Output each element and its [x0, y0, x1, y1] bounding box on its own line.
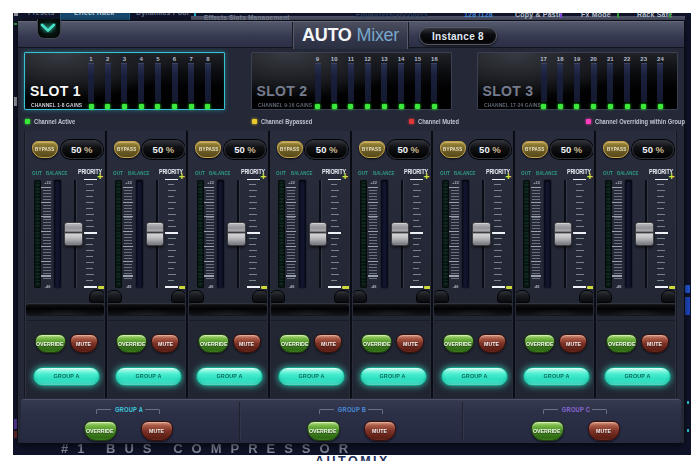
- group-mute-button[interactable]: MUTE: [364, 421, 396, 442]
- slot-3[interactable]: SLOT 3CHANNEL 17-24 GAINS171819202122232…: [477, 52, 678, 110]
- strip-horizontal-bar[interactable]: [107, 303, 186, 316]
- channel-gain-bar[interactable]: [172, 63, 178, 102]
- channel-mute-button[interactable]: MUTE: [151, 334, 179, 353]
- channel-override-button[interactable]: OVERRIDE: [198, 334, 229, 353]
- tab-effect-rack[interactable]: Effect Rack: [74, 13, 114, 16]
- channel-gain-bar[interactable]: [205, 63, 211, 102]
- channel-group-button[interactable]: GROUP A: [33, 367, 100, 386]
- priority-fader-handle[interactable]: [472, 222, 491, 246]
- channel-gain-bar[interactable]: [574, 63, 580, 102]
- tab-presets[interactable]: Presets: [28, 13, 55, 16]
- channel-override-button[interactable]: OVERRIDE: [35, 334, 66, 353]
- channel-gain-bar[interactable]: [591, 63, 597, 102]
- channel-mute-button[interactable]: MUTE: [396, 334, 424, 353]
- channel-group-button[interactable]: GROUP A: [278, 367, 345, 386]
- priority-fader-handle[interactable]: [635, 222, 654, 246]
- balance-slider[interactable]: [217, 180, 224, 288]
- channel-override-button[interactable]: OVERRIDE: [524, 334, 555, 353]
- group-override-button[interactable]: OVERRIDE: [531, 421, 564, 442]
- channel-gain-bar[interactable]: [155, 63, 161, 102]
- channel-gain-bar[interactable]: [607, 63, 613, 102]
- channel-gain-bar[interactable]: [557, 63, 563, 102]
- gain-value-display[interactable]: 50%: [305, 140, 348, 160]
- balance-slider[interactable]: [625, 180, 632, 288]
- strip-horizontal-bar[interactable]: [434, 303, 513, 316]
- group-override-button[interactable]: OVERRIDE: [307, 421, 340, 442]
- channel-gain-bar[interactable]: [415, 63, 421, 102]
- channel-gain-bar[interactable]: [365, 63, 371, 102]
- toolbar-fx-mode[interactable]: Fx Mode: [581, 13, 611, 18]
- toolbar-copy-paste[interactable]: Copy & Paste: [515, 13, 563, 18]
- gain-value-display[interactable]: 50%: [550, 140, 593, 160]
- toolbar-rack-safe[interactable]: Rack Safe: [637, 13, 672, 18]
- channel-override-button[interactable]: OVERRIDE: [116, 334, 147, 353]
- balance-slider[interactable]: [136, 180, 143, 288]
- gain-value-display[interactable]: 50%: [469, 140, 512, 160]
- bypass-button[interactable]: BYPASS: [32, 141, 58, 159]
- tab-dynamics-pool[interactable]: Dynamics Pool: [136, 13, 189, 16]
- bypass-button[interactable]: BYPASS: [603, 141, 629, 159]
- channel-mute-button[interactable]: MUTE: [641, 334, 669, 353]
- strip-horizontal-bar[interactable]: [26, 303, 105, 316]
- channel-gain-bar[interactable]: [641, 63, 647, 102]
- priority-fader-handle[interactable]: [391, 222, 410, 246]
- channel-group-button[interactable]: GROUP A: [523, 367, 590, 386]
- strip-horizontal-bar[interactable]: [352, 303, 431, 316]
- channel-mute-button[interactable]: MUTE: [314, 334, 342, 353]
- channel-group-button[interactable]: GROUP A: [604, 367, 671, 386]
- strip-horizontal-bar[interactable]: [515, 303, 594, 316]
- balance-slider[interactable]: [462, 180, 469, 288]
- priority-fader-handle[interactable]: [146, 222, 165, 246]
- balance-slider[interactable]: [54, 180, 61, 288]
- gain-value-display[interactable]: 50%: [632, 140, 675, 160]
- balance-slider[interactable]: [299, 180, 306, 288]
- channel-gain-bar[interactable]: [431, 63, 437, 102]
- gain-value-display[interactable]: 50%: [224, 140, 267, 160]
- channel-mute-button[interactable]: MUTE: [70, 334, 98, 353]
- channel-override-button[interactable]: OVERRIDE: [443, 334, 474, 353]
- strip-horizontal-bar[interactable]: [270, 303, 349, 316]
- channel-gain-bar[interactable]: [624, 63, 630, 102]
- channel-override-button[interactable]: OVERRIDE: [279, 334, 310, 353]
- channel-gain-bar[interactable]: [398, 63, 404, 102]
- channel-mute-button[interactable]: MUTE: [478, 334, 506, 353]
- channel-gain-bar[interactable]: [348, 63, 354, 102]
- bypass-button[interactable]: BYPASS: [195, 141, 221, 159]
- channel-gain-bar[interactable]: [381, 63, 387, 102]
- collapse-button[interactable]: [37, 19, 61, 39]
- slot-2[interactable]: SLOT 2CHANNEL 9-16 GAINS910111213141516: [251, 52, 452, 110]
- channel-mute-button[interactable]: MUTE: [559, 334, 587, 353]
- bypass-button[interactable]: BYPASS: [440, 141, 466, 159]
- priority-fader-handle[interactable]: [309, 222, 328, 246]
- channel-gain-bar[interactable]: [315, 63, 321, 102]
- channel-gain-bar[interactable]: [188, 63, 194, 102]
- channel-group-button[interactable]: GROUP A: [196, 367, 263, 386]
- balance-slider[interactable]: [381, 180, 388, 288]
- bypass-button[interactable]: BYPASS: [522, 141, 548, 159]
- channel-gain-bar[interactable]: [105, 63, 111, 102]
- channel-gain-bar[interactable]: [121, 63, 127, 102]
- gain-value-display[interactable]: 50%: [387, 140, 430, 160]
- channel-override-button[interactable]: OVERRIDE: [606, 334, 637, 353]
- bypass-button[interactable]: BYPASS: [114, 141, 140, 159]
- priority-fader-handle[interactable]: [227, 222, 246, 246]
- priority-fader-handle[interactable]: [554, 222, 573, 246]
- gain-value-display[interactable]: 50%: [61, 140, 104, 160]
- bypass-button[interactable]: BYPASS: [359, 141, 385, 159]
- channel-gain-bar[interactable]: [657, 63, 663, 102]
- channel-gain-bar[interactable]: [88, 63, 94, 102]
- gain-value-display[interactable]: 50%: [142, 140, 185, 160]
- priority-fader-handle[interactable]: [64, 222, 83, 246]
- strip-horizontal-bar[interactable]: [597, 303, 676, 316]
- channel-override-button[interactable]: OVERRIDE: [361, 334, 392, 353]
- channel-mute-button[interactable]: MUTE: [233, 334, 261, 353]
- channel-group-button[interactable]: GROUP A: [115, 367, 182, 386]
- channel-gain-bar[interactable]: [138, 63, 144, 102]
- channel-group-button[interactable]: GROUP A: [360, 367, 427, 386]
- group-override-button[interactable]: OVERRIDE: [84, 421, 117, 442]
- bypass-button[interactable]: BYPASS: [277, 141, 303, 159]
- group-mute-button[interactable]: MUTE: [588, 421, 620, 442]
- channel-gain-bar[interactable]: [331, 63, 337, 102]
- strip-horizontal-bar[interactable]: [189, 303, 268, 316]
- channel-gain-bar[interactable]: [541, 63, 547, 102]
